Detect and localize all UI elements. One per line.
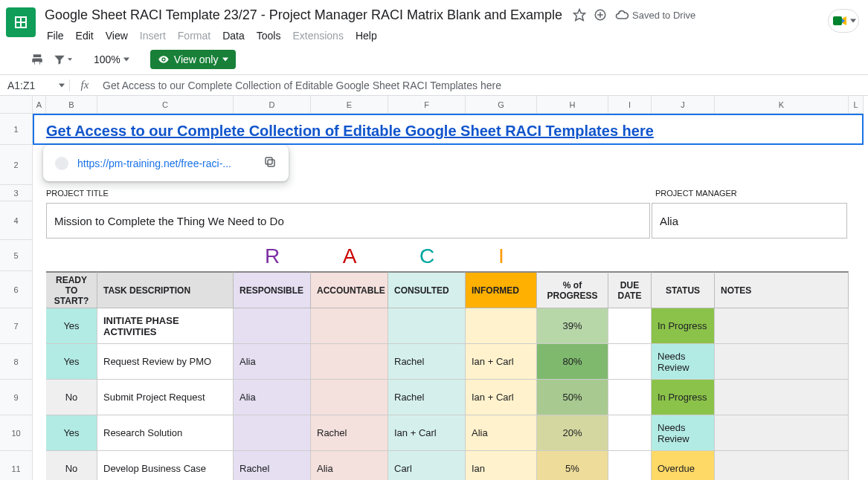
cell-r9-inf[interactable]: Ian + Carl [466,380,537,415]
menu-extensions: Extensions [287,27,348,45]
cloud-status[interactable]: Saved to Drive [614,7,695,22]
cell-r10-prog[interactable]: 20% [537,415,608,451]
access-link[interactable]: Get Access to our Complete Collection of… [46,117,654,140]
cell-r10-desc[interactable]: Research Solution [97,415,234,451]
star-icon[interactable] [573,8,586,22]
zoom-dropdown[interactable]: 100% [89,53,134,65]
row-header-10[interactable]: 10 [0,415,33,451]
filter-icon[interactable] [52,49,73,70]
row-header-7[interactable]: 7 [0,308,33,344]
cell-r8-cons[interactable]: Rachel [388,344,466,380]
link-preview-url[interactable]: https://pm-training.net/free-raci-... [77,158,254,169]
sheets-logo-icon[interactable] [6,7,36,37]
cell-r8-notes[interactable] [715,344,849,380]
col-header-K[interactable]: K [715,96,849,114]
cell-r7-acc[interactable] [311,308,388,344]
menu-help[interactable]: Help [350,27,382,45]
cells-area[interactable]: Get Access to our Complete Collection of… [33,114,868,480]
cell-r10-inf[interactable]: Alia [466,415,537,451]
cell-r9-desc[interactable]: Submit Project Request [97,380,234,415]
print-icon[interactable] [27,49,48,70]
cell-r8-resp[interactable]: Alia [234,344,311,380]
col-header-D[interactable]: D [234,96,311,114]
menu-edit[interactable]: Edit [71,27,99,45]
cell-r10-notes[interactable] [715,415,849,451]
menu-tools[interactable]: Tools [251,27,286,45]
select-all-corner[interactable] [0,96,33,114]
cell-r8-ready[interactable]: Yes [46,344,97,380]
cell-r8-acc[interactable] [311,344,388,380]
name-box[interactable]: A1:Z1 [0,80,70,91]
col-header-J[interactable]: J [652,96,715,114]
cell-r10-acc[interactable]: Rachel [311,415,388,451]
row-header-9[interactable]: 9 [0,380,33,415]
cell-r11-inf[interactable]: Ian [466,451,537,480]
menu-file[interactable]: File [42,27,69,45]
cell-r7-inf[interactable] [466,308,537,344]
cell-r10-resp[interactable] [234,415,311,451]
cell-r9-acc[interactable] [311,380,388,415]
row-header-2[interactable]: 2 [0,145,33,185]
cell-r9-notes[interactable] [715,380,849,415]
row-header-1[interactable]: 1 [0,114,33,145]
cell-r10-cons[interactable]: Ian + Carl [388,415,466,451]
cell-r10-ready[interactable]: Yes [46,415,97,451]
cell-r7-resp[interactable] [234,308,311,344]
col-header-F[interactable]: F [388,96,466,114]
row-header-4[interactable]: 4 [0,201,33,240]
cell-r7-notes[interactable] [715,308,849,344]
meet-button[interactable] [828,9,859,33]
col-header-C[interactable]: C [97,96,234,114]
row-header-11[interactable]: 11 [0,451,33,480]
cell-r11-notes[interactable] [715,451,849,480]
project-title-input[interactable]: Mission to Complete the Thing We Need to… [46,203,650,239]
col-header-A[interactable]: A [33,96,46,114]
cell-r11-desc[interactable]: Develop Business Case [97,451,234,480]
cell-r7-desc[interactable]: INITIATE PHASE ACTIVITIES [97,308,234,344]
copy-link-icon[interactable] [263,155,277,171]
cell-r8-desc[interactable]: Request Review by PMO [97,344,234,380]
cell-r9-resp[interactable]: Alia [234,380,311,415]
col-header-I[interactable]: I [608,96,652,114]
view-only-button[interactable]: View only [150,50,237,69]
move-icon[interactable] [594,8,607,22]
cell-r8-prog[interactable]: 80% [537,344,608,380]
document-title[interactable]: Google Sheet RACI Template 23/27 - Proje… [42,6,565,25]
col-header-H[interactable]: H [537,96,608,114]
menu-data[interactable]: Data [217,27,250,45]
svg-marker-10 [68,58,72,61]
project-manager-input[interactable]: Alia [652,203,847,239]
cell-r11-resp[interactable]: Rachel [234,451,311,480]
cell-r10-due[interactable] [608,415,652,451]
cell-r9-due[interactable] [608,380,652,415]
cell-r7-prog[interactable]: 39% [537,308,608,344]
cell-r8-due[interactable] [608,344,652,380]
cell-r9-prog[interactable]: 50% [537,380,608,415]
cell-r9-ready[interactable]: No [46,380,97,415]
row-header-6[interactable]: 6 [0,271,33,308]
cell-r11-prog[interactable]: 5% [537,451,608,480]
col-header-L[interactable]: L [849,96,864,114]
menu-view[interactable]: View [100,27,133,45]
cell-r7-due[interactable] [608,308,652,344]
cell-r7-cons[interactable] [388,308,466,344]
row-header-5[interactable]: 5 [0,240,33,271]
cell-r8-status[interactable]: Needs Review [652,344,715,380]
cell-r9-cons[interactable]: Rachel [388,380,466,415]
cell-r11-ready[interactable]: No [46,451,97,480]
cell-r7-ready[interactable]: Yes [46,308,97,344]
cell-r9-status[interactable]: In Progress [652,380,715,415]
col-header-E[interactable]: E [311,96,388,114]
cell-r10-status[interactable]: Needs Review [652,415,715,451]
row-header-8[interactable]: 8 [0,344,33,380]
col-header-G[interactable]: G [466,96,537,114]
col-header-B[interactable]: B [46,96,97,114]
cell-r11-due[interactable] [608,451,652,480]
row-header-3[interactable]: 3 [0,185,33,201]
formula-input[interactable]: Get Access to our Complete Collection of… [100,80,868,91]
cell-r7-status[interactable]: In Progress [652,308,715,344]
cell-r11-status[interactable]: Overdue [652,451,715,480]
cell-r11-acc[interactable]: Alia [311,451,388,480]
cell-r8-inf[interactable]: Ian + Carl [466,344,537,380]
cell-r11-cons[interactable]: Carl [388,451,466,480]
